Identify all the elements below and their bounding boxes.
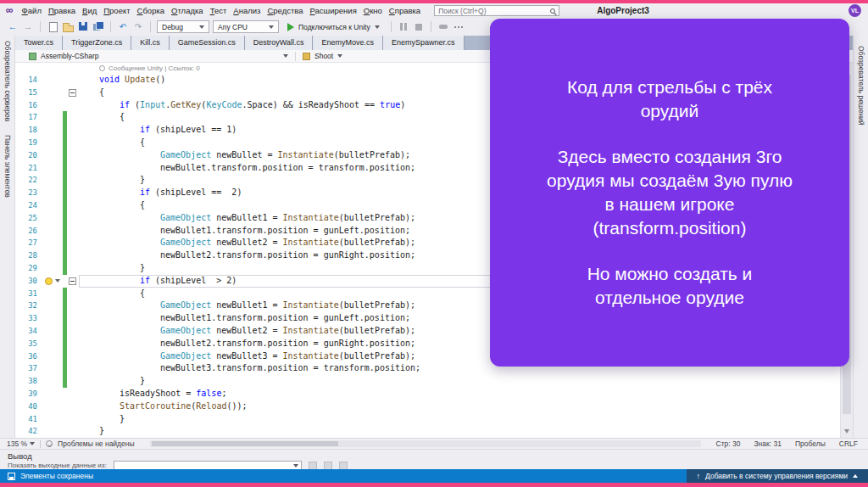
- glyph-margin: [42, 187, 63, 199]
- code-text[interactable]: isReadyShoot = false;: [79, 388, 853, 400]
- tab-gamesession-cs[interactable]: GameSession.cs: [170, 36, 245, 50]
- menu-item[interactable]: Вид: [79, 6, 100, 15]
- indentation-indicator[interactable]: Пробелы: [795, 439, 826, 448]
- tab-enemymove-cs[interactable]: EnemyMove.cs: [313, 36, 383, 50]
- code-line: 40StartCoroutine(Reload());: [15, 400, 853, 413]
- line-number: 28: [15, 249, 42, 262]
- attach-icon[interactable]: [437, 21, 449, 32]
- menu-item[interactable]: Анализ: [230, 6, 264, 15]
- tab-destroywall-cs[interactable]: DestroyWall.cs: [245, 36, 314, 50]
- code-text[interactable]: }: [79, 425, 853, 438]
- tab-tower-cs[interactable]: Tower.cs: [15, 36, 63, 50]
- tool-window-tab[interactable]: Обозреватель решений: [857, 46, 865, 126]
- menu-item[interactable]: Средства: [264, 6, 306, 15]
- glyph-margin: [42, 99, 63, 112]
- menu-item[interactable]: Отладка: [168, 6, 207, 15]
- menu-item[interactable]: Правка: [45, 6, 79, 15]
- line-number: 18: [15, 124, 42, 137]
- output-toolbar-icon[interactable]: [339, 462, 348, 470]
- quick-search-input[interactable]: Поиск (Ctrl+Q): [434, 5, 559, 16]
- lightbulb-icon[interactable]: [45, 277, 53, 285]
- tab-triggerzone-cs[interactable]: TriggerZone.cs: [63, 36, 131, 50]
- glyph-margin: [42, 388, 63, 400]
- code-token: (bulletPrefab);: [339, 213, 415, 222]
- code-text[interactable]: }: [79, 413, 853, 426]
- fold-collapse-icon[interactable]: [69, 89, 76, 97]
- project-dropdown[interactable]: Assembly-CSharp: [24, 50, 293, 62]
- code-text[interactable]: }: [79, 375, 853, 388]
- fold-margin: [67, 288, 79, 300]
- card-paragraph: Здесь вместо создания 3го орудия мы созд…: [546, 145, 793, 241]
- glyph-margin: [42, 249, 63, 262]
- avatar[interactable]: VL: [849, 4, 861, 17]
- project-dropdown-value: Assembly-CSharp: [41, 52, 99, 60]
- menu-item[interactable]: Тест: [207, 6, 231, 15]
- lightbulb-chevron-icon[interactable]: [55, 279, 60, 283]
- menu-item[interactable]: Расширения: [307, 6, 360, 15]
- stop-icon[interactable]: [413, 21, 425, 32]
- menu-item[interactable]: Окно: [360, 6, 386, 15]
- tab-enemyspawner-cs[interactable]: EnemySpawner.cs: [383, 36, 465, 50]
- glyph-margin: [42, 338, 63, 350]
- fold-margin: [67, 413, 79, 426]
- menu-item[interactable]: Сборка: [134, 6, 169, 15]
- code-token: if: [140, 276, 155, 285]
- code-token: {: [140, 200, 145, 210]
- save-all-icon[interactable]: [92, 21, 104, 32]
- code-token: Instantiate: [283, 351, 339, 361]
- code-health-icon[interactable]: [46, 440, 53, 447]
- codelens-unity-message[interactable]: Сообщение Unity: [108, 63, 163, 74]
- code-token: GameObject: [160, 351, 211, 361]
- undo-icon[interactable]: [117, 21, 129, 32]
- open-folder-icon[interactable]: [62, 21, 74, 32]
- add-to-source-control-button[interactable]: Добавить в систему управления версиями: [687, 469, 868, 483]
- member-dropdown[interactable]: Shoot: [298, 50, 348, 62]
- member-dropdown-value: Shoot: [314, 52, 333, 60]
- line-number: 37: [15, 362, 42, 375]
- fold-margin: [67, 325, 79, 338]
- tool-window-tab[interactable]: Панель элементов: [3, 135, 12, 198]
- pause-icon[interactable]: [398, 21, 409, 32]
- codelens-references[interactable]: Ссылок: 0: [169, 63, 200, 74]
- output-toolbar-icon[interactable]: [324, 462, 332, 470]
- code-token: newBullet1.transform.position = gunLeft.…: [160, 313, 410, 322]
- problems-status[interactable]: Проблемы не найдены: [58, 439, 135, 448]
- scroll-down-icon[interactable]: [844, 429, 849, 434]
- zoom-dropdown[interactable]: 135 %: [7, 439, 35, 448]
- code-line: 39isReadyShoot = false;: [15, 388, 853, 400]
- save-icon[interactable]: [77, 21, 89, 32]
- editor-horizontal-scrollbar[interactable]: [150, 440, 701, 447]
- toolbar-separator: [431, 21, 431, 32]
- tool-window-tab[interactable]: Обозреватель серверов: [3, 41, 12, 121]
- menu-item[interactable]: Справка: [386, 6, 424, 15]
- overlay-card: Код для стрельбы с трёх орудийЗдесь вмес…: [490, 19, 849, 367]
- code-token: ());: [226, 401, 247, 411]
- output-source-label: Показать выходные данные из:: [8, 462, 107, 469]
- redo-icon[interactable]: [132, 21, 144, 32]
- line-number: 24: [15, 199, 42, 212]
- code-token: Input: [140, 100, 165, 109]
- output-panel-title[interactable]: Вывод: [8, 451, 32, 461]
- fold-collapse-icon[interactable]: [69, 277, 76, 285]
- line-ending-indicator[interactable]: CRLF: [839, 439, 858, 448]
- platform-dropdown[interactable]: Any CPU: [213, 20, 279, 33]
- glyph-margin: [42, 237, 63, 249]
- fold-margin: [67, 63, 79, 74]
- new-file-icon[interactable]: [47, 21, 58, 32]
- menu-item[interactable]: Проект: [100, 6, 133, 15]
- attach-to-unity-button[interactable]: Подключиться к Unity: [282, 20, 385, 34]
- attach-to-unity-label: Подключиться к Unity: [298, 23, 370, 31]
- fold-margin: [67, 87, 79, 99]
- forward-icon[interactable]: [22, 21, 34, 32]
- menu-item[interactable]: Файл: [19, 6, 45, 15]
- code-text[interactable]: StartCoroutine(Reload());: [79, 400, 853, 413]
- code-token: }: [140, 175, 145, 184]
- tab-kill-cs[interactable]: Kill.cs: [131, 36, 170, 50]
- code-token: ): [400, 100, 405, 109]
- output-toolbar-icon[interactable]: [309, 462, 317, 470]
- scrollbar-thumb[interactable]: [152, 441, 338, 446]
- line-number: 22: [15, 174, 42, 187]
- back-icon[interactable]: [7, 21, 19, 32]
- options-icon[interactable]: [453, 21, 465, 32]
- configuration-dropdown[interactable]: Debug: [157, 20, 209, 33]
